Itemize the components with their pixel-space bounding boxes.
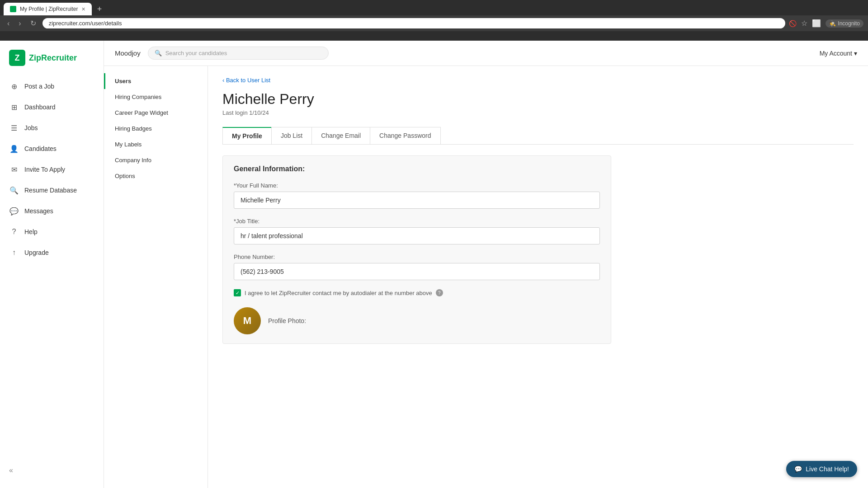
search-placeholder: Search your candidates — [165, 50, 227, 56]
sidebar-item-dashboard[interactable]: ⊞ Dashboard — [0, 98, 104, 117]
search-bar[interactable]: 🔍 Search your candidates — [148, 47, 329, 60]
sidebar-label-help: Help — [24, 228, 38, 235]
tab-title: My Profile | ZipRecruiter — [20, 6, 78, 12]
split-view-icon[interactable]: ⬜ — [812, 19, 821, 28]
candidates-icon: 👤 — [9, 144, 19, 154]
autodialer-checkbox[interactable]: ✓ — [234, 289, 241, 296]
back-button[interactable]: ‹ — [5, 19, 12, 28]
close-tab-button[interactable]: × — [81, 5, 85, 13]
sidebar-label-jobs: Jobs — [24, 124, 38, 131]
tab-job-list[interactable]: Job List — [271, 127, 312, 144]
incognito-badge: 🕵 Incognito — [826, 19, 863, 28]
browser-chrome: My Profile | ZipRecruiter × + ‹ › ↻ zipr… — [0, 0, 868, 41]
resume-icon: 🔍 — [9, 185, 19, 195]
sidebar-label-messages: Messages — [24, 207, 53, 215]
sidebar-item-candidates[interactable]: 👤 Candidates — [0, 139, 104, 158]
url-text: ziprecruiter.com/user/details — [49, 20, 122, 27]
avatar: M — [234, 307, 261, 334]
my-account-label: My Account — [820, 50, 852, 57]
job-title-group: *Job Title: — [234, 218, 600, 244]
sidebar-label-dashboard: Dashboard — [24, 103, 56, 111]
address-bar[interactable]: ziprecruiter.com/user/details — [42, 18, 786, 28]
live-chat-icon: 💬 — [794, 465, 802, 473]
job-title-label: *Job Title: — [234, 218, 600, 225]
section-title: General Information: — [234, 165, 600, 173]
logo-text: ZipRecruiter — [29, 53, 77, 63]
tab-change-email[interactable]: Change Email — [311, 127, 370, 144]
app-layout: Z ZipRecruiter ⊕ Post a Job ⊞ Dashboard … — [0, 41, 868, 488]
full-name-group: *Your Full Name: — [234, 182, 600, 209]
browser-nav-right: 🚫 ☆ ⬜ 🕵 Incognito — [789, 19, 863, 28]
autodialer-consent-group: ✓ I agree to let ZipRecruiter contact me… — [234, 289, 600, 296]
autodialer-help-icon[interactable]: ? — [436, 289, 443, 296]
forward-button[interactable]: › — [16, 19, 24, 28]
sidebar-item-upgrade[interactable]: ↑ Upgrade — [0, 243, 104, 262]
refresh-button[interactable]: ↻ — [28, 18, 39, 28]
phone-label: Phone Number: — [234, 253, 600, 260]
options-label: Options — [115, 173, 135, 179]
collapse-sidebar-button[interactable]: « — [9, 466, 13, 474]
profile-photo-section: M Profile Photo: — [234, 307, 600, 334]
invite-icon: ✉ — [9, 164, 19, 174]
search-icon: 🔍 — [155, 50, 162, 56]
sidebar-footer: « — [0, 462, 104, 479]
sidebar-logo: Z ZipRecruiter — [0, 50, 104, 75]
autodialer-label: I agree to let ZipRecruiter contact me b… — [245, 290, 432, 296]
secondary-sidebar-hiring-badges[interactable]: Hiring Badges — [104, 121, 208, 136]
sidebar-item-jobs[interactable]: ☰ Jobs — [0, 118, 104, 137]
help-icon: ? — [9, 227, 19, 237]
messages-icon: 💬 — [9, 206, 19, 216]
job-title-input[interactable] — [234, 227, 600, 244]
users-label: Users — [115, 78, 131, 84]
account-chevron: ▾ — [854, 50, 857, 57]
dashboard-icon: ⊞ — [9, 102, 19, 112]
company-name: Moodjoy — [115, 49, 141, 57]
page-title: Michelle Perry — [222, 91, 854, 108]
secondary-sidebar-my-labels[interactable]: My Labels — [104, 136, 208, 152]
sidebar-label-post-a-job: Post a Job — [24, 83, 54, 90]
sidebar-item-post-a-job[interactable]: ⊕ Post a Job — [0, 77, 104, 96]
my-account-button[interactable]: My Account ▾ — [820, 50, 857, 57]
sidebar-item-invite-to-apply[interactable]: ✉ Invite To Apply — [0, 160, 104, 179]
browser-tabs: My Profile | ZipRecruiter × + — [0, 0, 868, 15]
tab-change-password[interactable]: Change Password — [370, 127, 440, 144]
secondary-sidebar-users[interactable]: Users — [104, 73, 208, 89]
last-login: Last login 1/10/24 — [222, 109, 854, 116]
secondary-sidebar-career-page[interactable]: Career Page Widget — [104, 105, 208, 121]
live-chat-button[interactable]: 💬 Live Chat Help! — [786, 461, 857, 477]
phone-group: Phone Number: — [234, 253, 600, 280]
secondary-sidebar: Users Hiring Companies Career Page Widge… — [104, 66, 208, 488]
sidebar-item-help[interactable]: ? Help — [0, 222, 104, 241]
tab-favicon — [10, 6, 16, 12]
company-info-label: Company Info — [115, 157, 151, 164]
sidebar-label-candidates: Candidates — [24, 145, 57, 152]
hiring-companies-label: Hiring Companies — [115, 94, 161, 100]
general-info-form: General Information: *Your Full Name: *J… — [222, 155, 611, 344]
post-job-icon: ⊕ — [9, 81, 19, 91]
new-tab-button[interactable]: + — [94, 5, 106, 14]
secondary-sidebar-hiring-companies[interactable]: Hiring Companies — [104, 89, 208, 105]
top-nav: Moodjoy 🔍 Search your candidates My Acco… — [104, 41, 868, 66]
logo-icon: Z — [9, 50, 25, 66]
hiring-badges-label: Hiring Badges — [115, 125, 152, 132]
bookmark-icon[interactable]: ☆ — [801, 19, 807, 28]
profile-photo-label: Profile Photo: — [268, 317, 306, 324]
browser-nav-bar: ‹ › ↻ ziprecruiter.com/user/details 🚫 ☆ … — [0, 15, 868, 31]
secondary-sidebar-company-info[interactable]: Company Info — [104, 152, 208, 168]
sidebar-item-resume-database[interactable]: 🔍 Resume Database — [0, 181, 104, 200]
phone-input[interactable] — [234, 263, 600, 280]
sidebar-item-messages[interactable]: 💬 Messages — [0, 202, 104, 221]
profile-tabs: My Profile Job List Change Email Change … — [222, 127, 854, 145]
back-to-user-list-link[interactable]: ‹ Back to User List — [222, 77, 854, 84]
secondary-sidebar-options[interactable]: Options — [104, 168, 208, 184]
active-tab[interactable]: My Profile | ZipRecruiter × — [4, 3, 92, 15]
camera-off-icon: 🚫 — [789, 20, 797, 27]
incognito-icon: 🕵 — [829, 20, 836, 27]
avatar-initial: M — [243, 315, 251, 327]
my-labels-label: My Labels — [115, 141, 142, 148]
tab-my-profile[interactable]: My Profile — [222, 127, 272, 144]
full-name-input[interactable] — [234, 192, 600, 209]
main-area: Users Hiring Companies Career Page Widge… — [104, 66, 868, 488]
career-page-label: Career Page Widget — [115, 109, 168, 116]
upgrade-icon: ↑ — [9, 248, 19, 258]
